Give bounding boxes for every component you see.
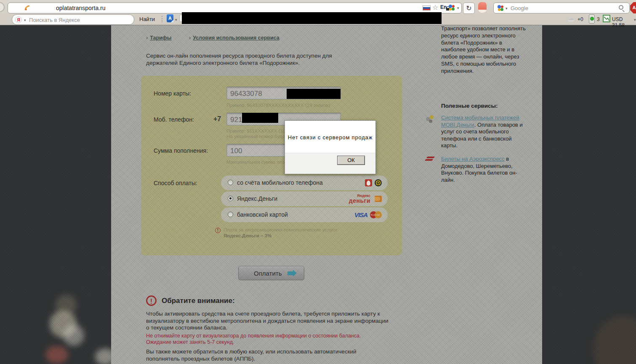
pay-button[interactable]: Оплатить	[238, 266, 304, 280]
phone-hint-1: Пример: 911XXXXXXX (10	[226, 128, 285, 133]
fee-warning-icon: !	[215, 228, 221, 233]
attention-text: Чтобы активировать средства на счете про…	[146, 311, 389, 332]
weather-temp[interactable]: +0	[577, 16, 583, 22]
mts-icon	[365, 179, 372, 186]
payment-option-mobile[interactable]: со счёта мобильного телефона	[221, 175, 388, 190]
aeroexpress-link[interactable]: Билеты на Аэроэкспресс	[441, 156, 505, 162]
site-content: ›Тарифы ›Условия использования сервиса С…	[111, 25, 542, 364]
yandex-money-logo: Яндекс деньги	[349, 194, 370, 204]
weather-icon[interactable]: ☁	[568, 15, 574, 22]
chevron-down-icon[interactable]: ▾	[175, 18, 177, 22]
phone-label: Моб. телефон:	[154, 116, 194, 123]
fee-note: Плата за информационно-технологические у…	[224, 227, 338, 232]
payment-option-yandex-money[interactable]: Яндекс.Деньги Яндекс деньги	[221, 191, 388, 206]
redacted-phone-number	[242, 113, 278, 123]
sidebar-services-title: Полезные сервисы:	[441, 103, 498, 109]
traffic-count[interactable]: 3	[597, 16, 600, 22]
error-dialog-footer: ОК	[285, 153, 375, 174]
phone-prefix: +7	[213, 115, 221, 123]
site-favicon-icon	[24, 4, 31, 12]
arrow-icon: ›	[189, 35, 191, 41]
intro-text: Сервис он-лайн пополнения ресурса проезд…	[146, 52, 363, 66]
mastercard-logo: MasterCard	[370, 211, 382, 218]
redacted-area	[182, 12, 442, 24]
aeroexpress-icon	[425, 157, 436, 162]
nav-link-tariffs[interactable]: ›Тарифы	[146, 35, 171, 41]
visa-logo: VISA	[354, 211, 367, 218]
fee-detail: Яндекс.Деньги – 3%	[224, 233, 271, 238]
russian-flag-icon	[423, 5, 431, 11]
payment-method-label: Способ оплаты:	[154, 180, 197, 186]
warning-line-2: Ожидание может занять 5-7 секунд.	[146, 339, 389, 345]
window-menu-button[interactable]	[0, 2, 5, 12]
ok-button[interactable]: ОК	[337, 156, 365, 165]
radio-yandex-money[interactable]	[228, 196, 233, 201]
arrow-icon: ›	[146, 35, 148, 41]
attention-title: Обратите внимание:	[162, 297, 235, 305]
attention-warning: Не отнимайте карту от визуализатора до п…	[146, 333, 389, 345]
bokeh-light	[63, 325, 84, 346]
translate-icon[interactable]: А	[167, 14, 173, 22]
adblock-icon[interactable]: AB	[630, 2, 636, 13]
arrow-right-icon	[287, 271, 293, 275]
amount-hint: Максимальная сумма пла	[226, 159, 285, 165]
address-url[interactable]: oplatatransporta.ru	[56, 5, 106, 11]
card-number-label: Номер карты:	[154, 90, 191, 97]
yandex-icon: Я	[15, 16, 22, 23]
chevron-down-icon[interactable]: ▾	[24, 18, 26, 22]
payment-option-bank-card[interactable]: банковской картой VISA MasterCard	[221, 207, 388, 222]
reload-icon: ↻	[466, 4, 471, 12]
card-number-hint: Пример: 96433078XXXXXXXXXXX (19 знаков)	[226, 103, 330, 108]
bokeh-light	[593, 316, 636, 364]
search-engine-icon[interactable]	[449, 5, 455, 11]
beeline-icon	[375, 179, 382, 186]
google-search-box[interactable]: ▾	[493, 3, 630, 13]
reload-button[interactable]: ↻	[463, 3, 475, 14]
attention-icon: !	[146, 295, 157, 306]
yandex-search-input[interactable]	[29, 16, 130, 24]
mobi-money-icon	[426, 115, 436, 124]
eraser-icon[interactable]	[478, 2, 487, 13]
bookmark-star-icon[interactable]: ☆	[432, 3, 438, 11]
google-icon	[498, 5, 503, 11]
radio-mobile[interactable]	[228, 180, 233, 185]
traffic-light-icon[interactable]	[589, 14, 595, 24]
chevron-down-icon[interactable]: ▾	[634, 18, 636, 22]
amount-label: Сумма пополнения:	[154, 147, 208, 154]
radio-bank-card[interactable]	[228, 212, 233, 217]
currency-chart-icon[interactable]	[603, 15, 610, 22]
google-search-input[interactable]	[511, 4, 607, 12]
page-background: ›Тарифы ›Условия использования сервиса С…	[0, 25, 636, 364]
phone-hint-2: На указанный номер буде	[226, 134, 285, 139]
error-dialog-message: Нет связи с сервером продаж	[285, 134, 375, 141]
toolbar-splitter	[162, 16, 162, 22]
browser-window: oplatatransporta.ru ☆ En ▾ ↻ ▾ AB Я ▾ На…	[0, 0, 636, 364]
wallet-icon	[375, 196, 382, 202]
chevron-down-icon[interactable]: ▾	[506, 6, 508, 11]
warning-line-1: Не отнимайте карту от визуализатора до п…	[146, 333, 389, 339]
yandex-search-box[interactable]: Я ▾	[12, 14, 134, 25]
sidebar-about-text: Транспорт» позволяет пополнять ресурс ед…	[441, 25, 528, 75]
alternative-text: Вы также можете обратиться в любую кассу…	[146, 348, 389, 362]
currency-rate[interactable]: USD 31,58	[612, 16, 636, 28]
sidebar-service-mobi: Система мобильных платежей MOBI.Деньги. …	[441, 114, 526, 149]
find-button[interactable]: Найти	[139, 16, 155, 22]
browser-chrome: oplatatransporta.ru ☆ En ▾ ↻ ▾ AB Я ▾ На…	[0, 0, 636, 25]
bokeh-light	[45, 346, 68, 364]
chevron-down-icon[interactable]: ▾	[457, 6, 459, 10]
redacted-card-number	[287, 89, 341, 99]
search-icon[interactable]	[619, 5, 623, 10]
error-dialog: Нет связи с сервером продаж ОК	[285, 120, 376, 174]
sidebar-service-aeroexpress: Билеты на Аэроэкспресс в Домодедово, Шер…	[441, 156, 526, 183]
nav-link-terms[interactable]: ›Условия использования сервиса	[189, 35, 279, 41]
